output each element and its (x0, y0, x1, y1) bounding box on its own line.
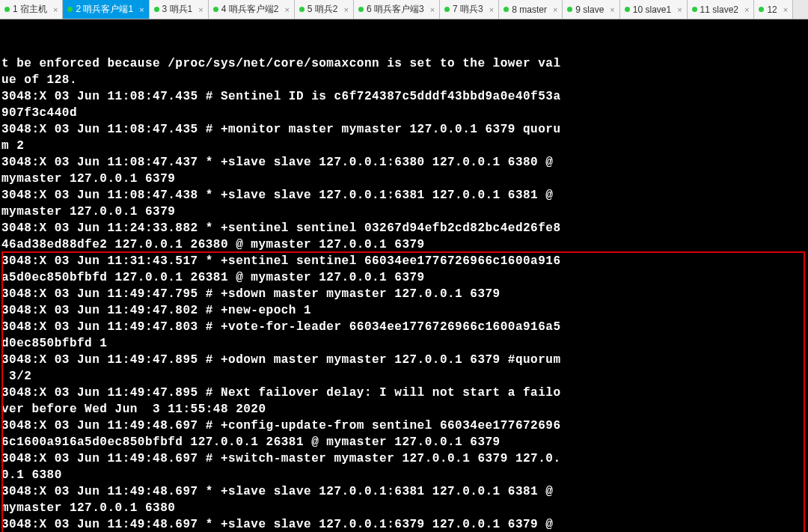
terminal-line: 3048:X 03 Jun 11:49:47.895 # +odown mast… (1, 352, 808, 368)
close-icon[interactable]: × (138, 5, 145, 14)
status-dot-icon (358, 7, 364, 12)
terminal-line: 3048:X 03 Jun 11:08:47.435 # +monitor ma… (1, 121, 808, 138)
terminal-line: 0.1 6380 (1, 467, 808, 483)
terminal-line: d0ec850bfbfd 1 (1, 335, 808, 352)
terminal-line: mymaster 127.0.0.1 6379 (1, 204, 808, 220)
close-icon[interactable]: × (429, 5, 436, 14)
close-icon[interactable]: × (676, 5, 683, 14)
terminal-line: 6c1600a916a5d0ec850bfbfd 127.0.0.1 26381… (1, 434, 808, 450)
terminal-line: 3048:X 03 Jun 11:49:47.795 # +sdown mast… (1, 286, 808, 302)
tab-label: 12 (767, 4, 777, 15)
tab-label: 9 slave (575, 4, 604, 15)
tab-bar: 1 宿主机×2 哨兵客户端1×3 哨兵1×4 哨兵客户端2×5 哨兵2×6 哨兵… (0, 0, 808, 19)
terminal-line: mymaster 127.0.0.1 6379 (1, 171, 808, 187)
close-icon[interactable]: × (283, 5, 290, 14)
terminal-line: 3048:X 03 Jun 11:24:33.882 * +sentinel s… (1, 220, 808, 236)
tab-0[interactable]: 1 宿主机× (0, 0, 63, 19)
terminal-line: 3048:X 03 Jun 11:08:47.437 * +slave slav… (1, 154, 808, 171)
tab-1[interactable]: 2 哨兵客户端1× (63, 0, 149, 19)
tab-label: 5 哨兵2 (307, 3, 338, 16)
terminal-line: 3048:X 03 Jun 11:08:47.438 * +slave slav… (1, 187, 808, 204)
status-dot-icon (625, 7, 630, 12)
close-icon[interactable]: × (551, 5, 559, 14)
close-icon[interactable]: × (343, 5, 350, 14)
tab-5[interactable]: 6 哨兵客户端3× (354, 0, 440, 19)
close-icon[interactable]: × (782, 5, 789, 14)
status-dot-icon (692, 7, 697, 12)
terminal-line: 3048:X 03 Jun 11:49:48.697 * +slave slav… (1, 516, 808, 532)
terminal-line: 907f3c440d (1, 105, 808, 121)
status-dot-icon (299, 7, 304, 12)
terminal-line: 3048:X 03 Jun 11:49:47.803 # +vote-for-l… (1, 319, 808, 335)
status-dot-icon (444, 7, 450, 12)
terminal-line: ver before Wed Jun 3 11:55:48 2020 (1, 401, 808, 418)
terminal-line: 3048:X 03 Jun 11:31:43.517 * +sentinel s… (1, 253, 808, 269)
close-icon[interactable]: × (608, 5, 616, 14)
tab-label: 1 宿主机 (13, 3, 47, 16)
close-icon[interactable]: × (197, 5, 204, 14)
tab-3[interactable]: 4 哨兵客户端2× (209, 0, 295, 19)
terminal-line: m 2 (1, 138, 808, 154)
status-dot-icon (759, 7, 764, 12)
terminal-line: 3048:X 03 Jun 11:49:47.895 # Next failov… (1, 385, 808, 401)
close-icon[interactable]: × (743, 5, 750, 14)
status-dot-icon (213, 7, 218, 12)
terminal-line: t be enforced because /proc/sys/net/core… (1, 55, 808, 72)
status-dot-icon (567, 7, 572, 12)
terminal-line: 46ad38ed88dfe2 127.0.0.1 26380 @ mymaste… (1, 236, 808, 253)
terminal-line: 3/2 (1, 368, 808, 385)
tab-9[interactable]: 10 slave1× (620, 0, 688, 19)
terminal-line: 3048:X 03 Jun 11:49:48.697 * +slave slav… (1, 483, 808, 500)
tab-2[interactable]: 3 哨兵1× (150, 0, 209, 19)
status-dot-icon (4, 7, 10, 12)
tab-11[interactable]: 12 × (754, 0, 793, 19)
tab-label: 7 哨兵3 (453, 3, 483, 16)
terminal-line: a5d0ec850bfbfd 127.0.0.1 26381 @ mymaste… (1, 269, 808, 286)
tab-4[interactable]: 5 哨兵2× (295, 0, 354, 19)
terminal-line: 3048:X 03 Jun 11:49:47.802 # +new-epoch … (1, 302, 808, 319)
status-dot-icon (67, 7, 73, 12)
tab-label: 10 slave1 (633, 4, 671, 15)
terminal-output[interactable]: t be enforced because /proc/sys/net/core… (0, 19, 808, 532)
tab-label: 4 哨兵客户端2 (221, 3, 279, 16)
terminal-line: 3048:X 03 Jun 11:08:47.435 # Sentinel ID… (1, 88, 808, 105)
tab-10[interactable]: 11 slave2× (688, 0, 755, 19)
tab-label: 8 master (512, 4, 547, 15)
terminal-line: ue of 128. (1, 72, 808, 88)
terminal-line: mymaster 127.0.0.1 6380 (1, 500, 808, 516)
tab-7[interactable]: 8 master× (499, 0, 563, 19)
terminal-line: 3048:X 03 Jun 11:49:48.697 # +switch-mas… (1, 450, 808, 467)
tab-6[interactable]: 7 哨兵3× (440, 0, 499, 19)
tab-label: 6 哨兵客户端3 (367, 3, 424, 16)
tab-label: 2 哨兵客户端1 (76, 3, 133, 16)
tab-8[interactable]: 9 slave× (563, 0, 619, 19)
close-icon[interactable]: × (488, 5, 495, 14)
status-dot-icon (504, 7, 509, 12)
tab-label: 11 slave2 (700, 4, 738, 15)
tab-label: 3 哨兵1 (162, 3, 193, 16)
close-icon[interactable]: × (52, 5, 59, 14)
terminal-line: 3048:X 03 Jun 11:49:48.697 # +config-upd… (1, 418, 808, 434)
status-dot-icon (154, 7, 159, 12)
